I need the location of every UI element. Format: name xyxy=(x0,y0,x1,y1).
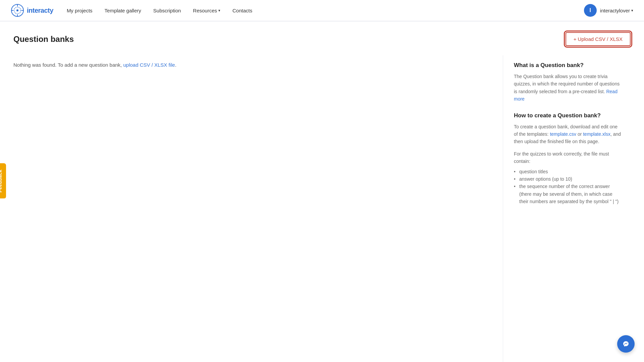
template-xlsx-link[interactable]: template.xlsx xyxy=(583,131,610,137)
list-item: question titles xyxy=(514,168,621,175)
template-csv-link[interactable]: template.csv xyxy=(550,131,576,137)
page-wrapper: Question banks + Upload CSV / XLSX Nothi… xyxy=(0,21,644,362)
list-item: the sequence number of the correct answe… xyxy=(514,183,621,205)
nav-links: My projects Template gallery Subscriptio… xyxy=(67,8,584,13)
file-requirements-list: question titles answer options (up to 10… xyxy=(514,168,621,205)
svg-point-2 xyxy=(16,9,18,11)
content-area: Nothing was found. To add a new question… xyxy=(13,55,631,362)
resources-dropdown-arrow: ▾ xyxy=(218,8,220,13)
sidebar-section-how-to: How to create a Question bank? To create… xyxy=(514,112,621,205)
nav-contacts[interactable]: Contacts xyxy=(232,8,252,13)
nav-my-projects[interactable]: My projects xyxy=(67,8,93,13)
main-panel: Nothing was found. To add a new question… xyxy=(13,55,503,362)
user-dropdown-arrow: ▾ xyxy=(631,8,633,13)
messenger-icon xyxy=(622,340,630,348)
user-menu[interactable]: interactylover ▾ xyxy=(600,8,633,13)
nav-template-gallery[interactable]: Template gallery xyxy=(105,8,141,13)
logo-icon xyxy=(11,4,24,17)
list-item: answer options (up to 10) xyxy=(514,175,621,183)
page-title: Question banks xyxy=(13,35,74,44)
navigation: interacty My projects Template gallery S… xyxy=(0,0,644,21)
empty-message: Nothing was found. To add a new question… xyxy=(13,62,489,68)
upload-csv-xlsx-button[interactable]: + Upload CSV / XLSX xyxy=(566,32,631,46)
nav-resources[interactable]: Resources ▾ xyxy=(193,8,220,13)
logo-link[interactable]: interacty xyxy=(11,4,53,17)
nav-user-area: I interactylover ▾ xyxy=(584,4,633,17)
nav-subscription[interactable]: Subscription xyxy=(153,8,181,13)
file-requirements-intro: For the quizzes to work correctly, the f… xyxy=(514,150,621,165)
upload-csv-link[interactable]: upload CSV / XLSX file xyxy=(123,62,175,68)
what-is-title: What is a Question bank? xyxy=(514,62,621,69)
sidebar: What is a Question bank? The Question ba… xyxy=(503,55,631,362)
page-header: Question banks + Upload CSV / XLSX xyxy=(13,32,631,46)
what-is-text: The Question bank allows you to create t… xyxy=(514,73,621,103)
how-to-intro: To create a question bank, download and … xyxy=(514,123,621,145)
how-to-title: How to create a Question bank? xyxy=(514,112,621,119)
user-avatar: I xyxy=(584,4,597,17)
logo-text: interacty xyxy=(27,7,53,14)
messenger-button[interactable] xyxy=(617,335,635,353)
sidebar-section-what-is: What is a Question bank? The Question ba… xyxy=(514,62,621,103)
feedback-tab[interactable]: Feedback xyxy=(0,164,6,199)
